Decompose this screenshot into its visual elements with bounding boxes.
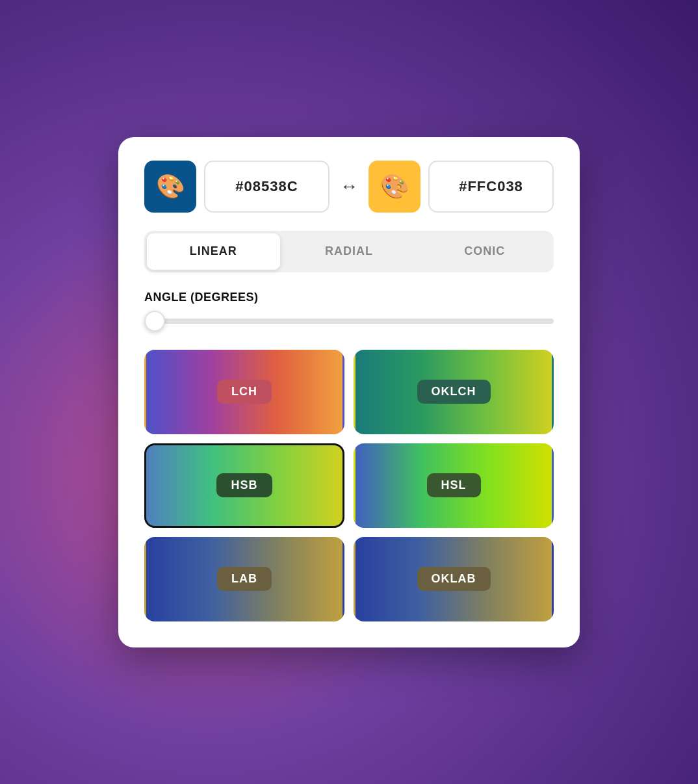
- mode-lch[interactable]: LCH: [144, 350, 344, 434]
- mode-hsl[interactable]: HSL: [354, 443, 554, 528]
- color1-hex[interactable]: #08538C: [204, 161, 330, 213]
- mode-lch-badge: LCH: [217, 380, 272, 404]
- mode-lab-badge: LAB: [217, 567, 272, 591]
- tab-radial[interactable]: RADIAL: [283, 233, 416, 270]
- angle-slider[interactable]: [144, 319, 554, 324]
- angle-slider-container: [144, 315, 554, 326]
- gradient-type-tabs: LINEAR RADIAL CONIC: [144, 231, 554, 272]
- tab-conic[interactable]: CONIC: [418, 233, 551, 270]
- tab-linear[interactable]: LINEAR: [147, 233, 280, 270]
- mode-hsb[interactable]: HSB: [144, 443, 344, 528]
- color1-swatch[interactable]: 🎨: [144, 161, 196, 213]
- color2-swatch[interactable]: 🎨: [368, 161, 420, 213]
- mode-oklch[interactable]: OKLCH: [354, 350, 554, 434]
- color-mode-grid: LCH OKLCH HSB HSL LAB OKLAB: [144, 350, 554, 621]
- mode-hsb-badge: HSB: [216, 473, 272, 497]
- mode-oklch-badge: OKLCH: [417, 380, 491, 404]
- color2-hex[interactable]: #FFC038: [428, 161, 554, 213]
- palette1-icon: 🎨: [156, 173, 185, 200]
- mode-oklab[interactable]: OKLAB: [354, 537, 554, 621]
- main-card: 🎨 #08538C ↔ 🎨 #FFC038 LINEAR RADIAL CONI…: [118, 137, 580, 647]
- angle-label: ANGLE (DEGREES): [144, 291, 554, 304]
- swap-icon[interactable]: ↔: [337, 176, 361, 197]
- mode-hsl-badge: HSL: [427, 473, 481, 497]
- palette2-icon: 🎨: [380, 173, 409, 200]
- mode-lab[interactable]: LAB: [144, 537, 344, 621]
- header-row: 🎨 #08538C ↔ 🎨 #FFC038: [144, 161, 554, 213]
- mode-oklab-badge: OKLAB: [417, 567, 491, 591]
